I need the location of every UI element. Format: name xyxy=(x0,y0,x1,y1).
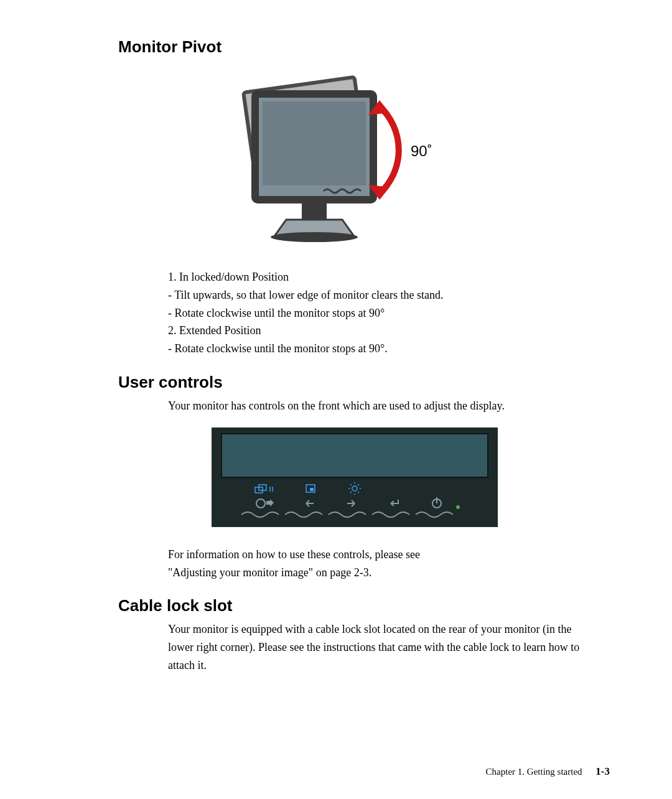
power-led-icon xyxy=(456,505,460,509)
svg-rect-3 xyxy=(302,201,327,220)
pivot-line-4: 2. Extended Position xyxy=(168,322,585,340)
footer-page-number: 1-3 xyxy=(595,765,610,777)
user-controls-intro-text: Your monitor has controls on the front w… xyxy=(168,397,585,415)
page-footer: Chapter 1. Getting started 1-3 xyxy=(486,765,610,778)
heading-cable-lock-slot: Cable lock slot xyxy=(118,596,610,615)
svg-rect-8 xyxy=(222,434,488,477)
pivot-line-2: - Tilt upwards, so that lower edge of mo… xyxy=(168,286,585,304)
svg-rect-14 xyxy=(310,488,314,491)
angle-label: 90˚ xyxy=(411,143,432,159)
user-controls-ref: For information on how to use these cont… xyxy=(168,546,585,582)
svg-rect-2 xyxy=(263,101,366,185)
user-controls-intro: Your monitor has controls on the front w… xyxy=(168,397,585,415)
pivot-line-5: - Rotate clockwise until the monitor sto… xyxy=(168,340,585,358)
pivot-line-1: 1. In locked/down Position xyxy=(168,268,585,286)
cable-lock-body-text: Your monitor is equipped with a cable lo… xyxy=(168,620,585,674)
heading-user-controls: User controls xyxy=(118,373,610,392)
heading-monitor-pivot: Monitor Pivot xyxy=(118,37,610,57)
svg-point-4 xyxy=(271,232,358,242)
user-controls-illustration xyxy=(212,428,498,527)
user-controls-ref-2: "Adjusting your monitor image" on page 2… xyxy=(168,564,585,582)
figure-monitor-pivot: 90˚ xyxy=(62,69,610,250)
footer-chapter: Chapter 1. Getting started xyxy=(486,767,582,777)
cable-lock-body: Your monitor is equipped with a cable lo… xyxy=(168,620,585,674)
monitor-pivot-illustration: 90˚ xyxy=(230,69,442,250)
pivot-instructions: 1. In locked/down Position - Tilt upward… xyxy=(168,268,585,358)
pivot-line-3: - Rotate clockwise until the monitor sto… xyxy=(168,304,585,322)
user-controls-ref-1: For information on how to use these cont… xyxy=(168,546,585,564)
figure-user-controls xyxy=(100,428,610,527)
